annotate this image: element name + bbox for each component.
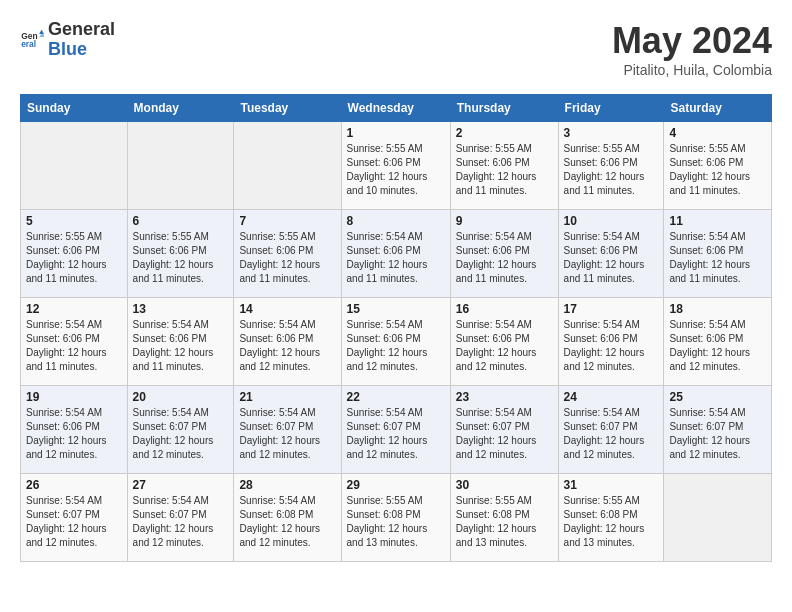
svg-marker-2 bbox=[39, 30, 44, 34]
day-info: Sunrise: 5:55 AM Sunset: 6:08 PM Dayligh… bbox=[347, 494, 445, 550]
page-header: Gen eral General Blue May 2024 Pitalito,… bbox=[20, 20, 772, 78]
day-info: Sunrise: 5:54 AM Sunset: 6:06 PM Dayligh… bbox=[239, 318, 335, 374]
svg-text:eral: eral bbox=[21, 39, 36, 49]
day-info: Sunrise: 5:55 AM Sunset: 6:08 PM Dayligh… bbox=[564, 494, 659, 550]
day-number: 25 bbox=[669, 390, 766, 404]
calendar-week-row: 1Sunrise: 5:55 AM Sunset: 6:06 PM Daylig… bbox=[21, 122, 772, 210]
col-saturday: Saturday bbox=[664, 95, 772, 122]
table-row: 23Sunrise: 5:54 AM Sunset: 6:07 PM Dayli… bbox=[450, 386, 558, 474]
day-number: 17 bbox=[564, 302, 659, 316]
calendar-week-row: 5Sunrise: 5:55 AM Sunset: 6:06 PM Daylig… bbox=[21, 210, 772, 298]
table-row: 1Sunrise: 5:55 AM Sunset: 6:06 PM Daylig… bbox=[341, 122, 450, 210]
table-row: 13Sunrise: 5:54 AM Sunset: 6:06 PM Dayli… bbox=[127, 298, 234, 386]
table-row: 2Sunrise: 5:55 AM Sunset: 6:06 PM Daylig… bbox=[450, 122, 558, 210]
day-number: 3 bbox=[564, 126, 659, 140]
day-number: 6 bbox=[133, 214, 229, 228]
day-info: Sunrise: 5:55 AM Sunset: 6:06 PM Dayligh… bbox=[347, 142, 445, 198]
table-row: 21Sunrise: 5:54 AM Sunset: 6:07 PM Dayli… bbox=[234, 386, 341, 474]
day-info: Sunrise: 5:54 AM Sunset: 6:06 PM Dayligh… bbox=[669, 318, 766, 374]
col-monday: Monday bbox=[127, 95, 234, 122]
day-number: 24 bbox=[564, 390, 659, 404]
title-block: May 2024 Pitalito, Huila, Colombia bbox=[612, 20, 772, 78]
table-row bbox=[21, 122, 128, 210]
table-row: 9Sunrise: 5:54 AM Sunset: 6:06 PM Daylig… bbox=[450, 210, 558, 298]
day-info: Sunrise: 5:55 AM Sunset: 6:06 PM Dayligh… bbox=[133, 230, 229, 286]
header-row: Sunday Monday Tuesday Wednesday Thursday… bbox=[21, 95, 772, 122]
day-number: 15 bbox=[347, 302, 445, 316]
col-friday: Friday bbox=[558, 95, 664, 122]
day-info: Sunrise: 5:55 AM Sunset: 6:06 PM Dayligh… bbox=[669, 142, 766, 198]
col-tuesday: Tuesday bbox=[234, 95, 341, 122]
calendar-week-row: 19Sunrise: 5:54 AM Sunset: 6:06 PM Dayli… bbox=[21, 386, 772, 474]
logo-blue: Blue bbox=[48, 39, 87, 59]
day-info: Sunrise: 5:54 AM Sunset: 6:06 PM Dayligh… bbox=[26, 318, 122, 374]
day-info: Sunrise: 5:54 AM Sunset: 6:06 PM Dayligh… bbox=[133, 318, 229, 374]
day-number: 14 bbox=[239, 302, 335, 316]
day-number: 12 bbox=[26, 302, 122, 316]
day-number: 4 bbox=[669, 126, 766, 140]
day-info: Sunrise: 5:54 AM Sunset: 6:06 PM Dayligh… bbox=[564, 230, 659, 286]
logo-icon: Gen eral bbox=[20, 28, 44, 52]
day-number: 2 bbox=[456, 126, 553, 140]
table-row: 11Sunrise: 5:54 AM Sunset: 6:06 PM Dayli… bbox=[664, 210, 772, 298]
table-row: 27Sunrise: 5:54 AM Sunset: 6:07 PM Dayli… bbox=[127, 474, 234, 562]
table-row: 6Sunrise: 5:55 AM Sunset: 6:06 PM Daylig… bbox=[127, 210, 234, 298]
day-info: Sunrise: 5:54 AM Sunset: 6:07 PM Dayligh… bbox=[133, 406, 229, 462]
table-row: 15Sunrise: 5:54 AM Sunset: 6:06 PM Dayli… bbox=[341, 298, 450, 386]
table-row: 22Sunrise: 5:54 AM Sunset: 6:07 PM Dayli… bbox=[341, 386, 450, 474]
table-row: 8Sunrise: 5:54 AM Sunset: 6:06 PM Daylig… bbox=[341, 210, 450, 298]
day-info: Sunrise: 5:55 AM Sunset: 6:06 PM Dayligh… bbox=[564, 142, 659, 198]
day-number: 9 bbox=[456, 214, 553, 228]
table-row bbox=[127, 122, 234, 210]
calendar-body: 1Sunrise: 5:55 AM Sunset: 6:06 PM Daylig… bbox=[21, 122, 772, 562]
table-row: 5Sunrise: 5:55 AM Sunset: 6:06 PM Daylig… bbox=[21, 210, 128, 298]
day-number: 10 bbox=[564, 214, 659, 228]
day-info: Sunrise: 5:54 AM Sunset: 6:07 PM Dayligh… bbox=[456, 406, 553, 462]
table-row bbox=[234, 122, 341, 210]
col-thursday: Thursday bbox=[450, 95, 558, 122]
table-row: 12Sunrise: 5:54 AM Sunset: 6:06 PM Dayli… bbox=[21, 298, 128, 386]
location: Pitalito, Huila, Colombia bbox=[612, 62, 772, 78]
day-info: Sunrise: 5:54 AM Sunset: 6:06 PM Dayligh… bbox=[564, 318, 659, 374]
day-number: 11 bbox=[669, 214, 766, 228]
table-row: 19Sunrise: 5:54 AM Sunset: 6:06 PM Dayli… bbox=[21, 386, 128, 474]
day-number: 5 bbox=[26, 214, 122, 228]
calendar-week-row: 12Sunrise: 5:54 AM Sunset: 6:06 PM Dayli… bbox=[21, 298, 772, 386]
day-number: 26 bbox=[26, 478, 122, 492]
day-number: 19 bbox=[26, 390, 122, 404]
day-number: 18 bbox=[669, 302, 766, 316]
day-info: Sunrise: 5:54 AM Sunset: 6:07 PM Dayligh… bbox=[26, 494, 122, 550]
table-row: 17Sunrise: 5:54 AM Sunset: 6:06 PM Dayli… bbox=[558, 298, 664, 386]
table-row: 20Sunrise: 5:54 AM Sunset: 6:07 PM Dayli… bbox=[127, 386, 234, 474]
day-info: Sunrise: 5:54 AM Sunset: 6:06 PM Dayligh… bbox=[456, 318, 553, 374]
month-year: May 2024 bbox=[612, 20, 772, 62]
table-row: 18Sunrise: 5:54 AM Sunset: 6:06 PM Dayli… bbox=[664, 298, 772, 386]
day-info: Sunrise: 5:55 AM Sunset: 6:06 PM Dayligh… bbox=[456, 142, 553, 198]
table-row: 24Sunrise: 5:54 AM Sunset: 6:07 PM Dayli… bbox=[558, 386, 664, 474]
calendar-header: Sunday Monday Tuesday Wednesday Thursday… bbox=[21, 95, 772, 122]
table-row: 26Sunrise: 5:54 AM Sunset: 6:07 PM Dayli… bbox=[21, 474, 128, 562]
day-number: 31 bbox=[564, 478, 659, 492]
day-number: 30 bbox=[456, 478, 553, 492]
day-number: 23 bbox=[456, 390, 553, 404]
col-sunday: Sunday bbox=[21, 95, 128, 122]
logo-text: General Blue bbox=[48, 20, 115, 60]
table-row: 7Sunrise: 5:55 AM Sunset: 6:06 PM Daylig… bbox=[234, 210, 341, 298]
table-row: 3Sunrise: 5:55 AM Sunset: 6:06 PM Daylig… bbox=[558, 122, 664, 210]
day-number: 8 bbox=[347, 214, 445, 228]
day-info: Sunrise: 5:54 AM Sunset: 6:07 PM Dayligh… bbox=[239, 406, 335, 462]
day-number: 29 bbox=[347, 478, 445, 492]
table-row bbox=[664, 474, 772, 562]
calendar-table: Sunday Monday Tuesday Wednesday Thursday… bbox=[20, 94, 772, 562]
day-info: Sunrise: 5:55 AM Sunset: 6:06 PM Dayligh… bbox=[26, 230, 122, 286]
table-row: 31Sunrise: 5:55 AM Sunset: 6:08 PM Dayli… bbox=[558, 474, 664, 562]
day-info: Sunrise: 5:55 AM Sunset: 6:06 PM Dayligh… bbox=[239, 230, 335, 286]
day-number: 1 bbox=[347, 126, 445, 140]
day-number: 7 bbox=[239, 214, 335, 228]
table-row: 4Sunrise: 5:55 AM Sunset: 6:06 PM Daylig… bbox=[664, 122, 772, 210]
table-row: 14Sunrise: 5:54 AM Sunset: 6:06 PM Dayli… bbox=[234, 298, 341, 386]
day-info: Sunrise: 5:54 AM Sunset: 6:06 PM Dayligh… bbox=[456, 230, 553, 286]
day-info: Sunrise: 5:54 AM Sunset: 6:07 PM Dayligh… bbox=[564, 406, 659, 462]
day-info: Sunrise: 5:54 AM Sunset: 6:07 PM Dayligh… bbox=[347, 406, 445, 462]
day-info: Sunrise: 5:54 AM Sunset: 6:07 PM Dayligh… bbox=[669, 406, 766, 462]
